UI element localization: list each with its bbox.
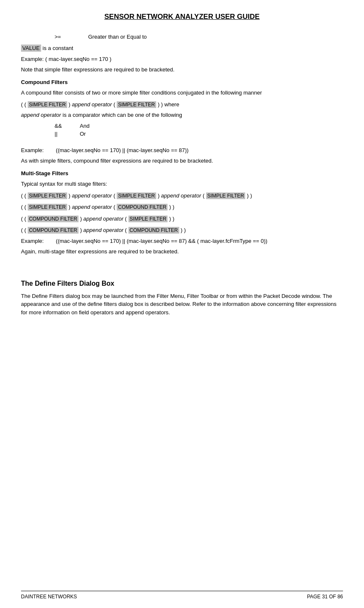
footer-right: PAGE 31 OF 86 — [307, 594, 343, 600]
sf-h1: SIMPLE FILTER — [28, 192, 67, 199]
compound-filters-desc: A compound filter consists of two or mor… — [21, 89, 343, 97]
cf-h2: COMPOUND FILTER — [28, 216, 79, 222]
gte-symbol: >= — [55, 34, 88, 40]
or-symbol: || — [55, 131, 80, 137]
multistage-intro: Typical syntax for multi stage filters: — [21, 180, 343, 188]
ao-i4: append operator — [84, 216, 123, 222]
multistage-heading: Multi-Stage Filters — [21, 169, 343, 178]
compound-bracket-note: As with simple filters, compound filter … — [21, 157, 343, 165]
compound-filters-heading: Compound Filters — [21, 78, 343, 87]
compound-syntax-line: ( ( SIMPLE FILTER ) append operator ( SI… — [21, 100, 343, 110]
operators-table: && And || Or — [55, 123, 343, 137]
value-line: VALUE is a constant — [21, 44, 343, 53]
page: SENSOR NETWORK ANALYZER USER GUIDE >= Gr… — [0, 0, 364, 608]
ao-i1: append operator — [72, 192, 112, 199]
footer-left: DAINTREE NETWORKS — [21, 594, 77, 600]
page-title: SENSOR NETWORK ANALYZER USER GUIDE — [21, 13, 343, 21]
value-desc: is a constant — [41, 45, 73, 51]
append-op-desc: append operator is a comparator which ca… — [21, 111, 343, 119]
cf-h1: COMPOUND FILTER — [117, 204, 168, 211]
or-desc: Or — [80, 131, 343, 137]
sf-h3: SIMPLE FILTER — [206, 192, 246, 199]
gte-description: Greater than or Equal to — [88, 34, 343, 40]
multistage-line-3: ( ( COMPOUND FILTER ) append operator ( … — [21, 214, 343, 224]
define-filters-desc: The Define Filters dialog box may be lau… — [21, 292, 343, 317]
append-op-italic-1: append operator — [72, 101, 112, 108]
ao-i3: append operator — [72, 204, 112, 210]
compound-example-label: Example: — [21, 147, 56, 153]
sf-h2: SIMPLE FILTER — [117, 192, 156, 199]
and-symbol: && — [55, 123, 80, 129]
define-filters-heading: The Define Filters Dialog Box — [21, 279, 343, 289]
cf-h3: COMPOUND FILTER — [28, 227, 79, 234]
or-operator-row: || Or — [55, 131, 343, 137]
value-box: VALUE — [21, 45, 41, 52]
and-desc: And — [80, 123, 343, 129]
simple-filter-highlight-2: SIMPLE FILTER — [117, 101, 156, 108]
sf-h5: SIMPLE FILTER — [128, 216, 168, 222]
compound-example-line: Example: ((mac-layer.seqNo == 170) || (m… — [21, 146, 343, 155]
multistage-line-1: ( ( SIMPLE FILTER ) append operator ( SI… — [21, 191, 343, 201]
append-op-italic-label: append operator — [21, 112, 61, 118]
multistage-line-4: ( ( COMPOUND FILTER ) append operator ( … — [21, 225, 343, 235]
multistage-example-line: Example: ((mac-layer.seqNo == 170) || (m… — [21, 237, 343, 245]
cf-h4: COMPOUND FILTER — [128, 227, 179, 234]
gte-row: >= Greater than or Equal to — [55, 34, 343, 40]
multistage-example-value: ((mac-layer.seqNo == 170) || (mac-layer.… — [56, 238, 267, 244]
and-operator-row: && And — [55, 123, 343, 129]
ao-i2: append operator — [161, 192, 201, 199]
simple-filter-highlight-1: SIMPLE FILTER — [28, 101, 67, 108]
compound-example-value: ((mac-layer.seqNo == 170) || (mac-layer.… — [56, 147, 189, 153]
multistage-example-label: Example: — [21, 238, 56, 244]
multistage-bracket-note: Again, multi-stage filter expressions ar… — [21, 247, 343, 256]
multistage-line-2: ( ( SIMPLE FILTER ) append operator ( CO… — [21, 202, 343, 212]
value-example: Example: ( mac-layer.seqNo == 170 ) — [21, 55, 343, 63]
footer: DAINTREE NETWORKS PAGE 31 OF 86 — [21, 591, 343, 600]
ao-i5: append operator — [84, 227, 123, 233]
value-note: Note that simple filter expressions are … — [21, 66, 343, 74]
sf-h4: SIMPLE FILTER — [28, 204, 67, 211]
